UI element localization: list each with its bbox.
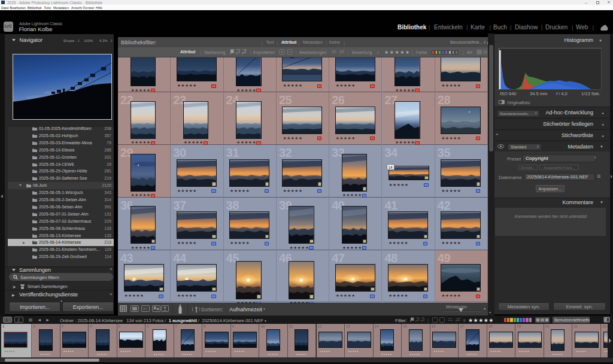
svg-text:1: 1 <box>6 318 8 322</box>
svg-text:2: 2 <box>17 318 20 322</box>
svg-text:XY: XY <box>143 307 148 311</box>
